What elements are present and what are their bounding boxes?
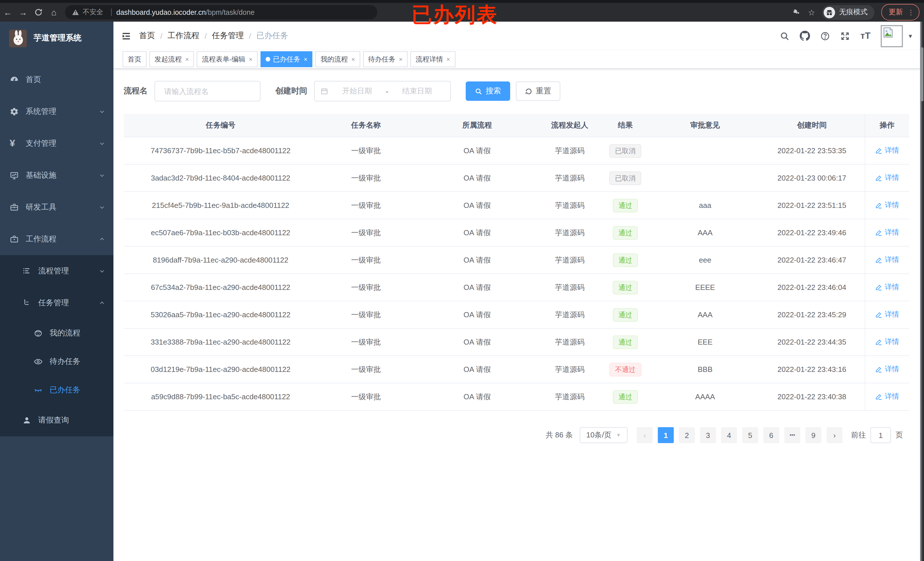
github-icon[interactable] [800,31,810,41]
sidebar-item-请假查询[interactable]: 请假查询 [0,404,113,436]
sidebar-item-基础设施[interactable]: 基础设施 [0,160,113,191]
tab-close-icon[interactable]: × [446,56,450,63]
task-id-cell: 53026aa5-7b9a-11ec-a290-acde48001122 [124,301,318,328]
pager-more-button[interactable]: ••• [784,427,800,443]
pager-page-6[interactable]: 6 [763,427,779,443]
security-warning-icon [72,9,79,16]
detail-link[interactable]: 详情 [875,200,899,210]
bookmark-star-icon[interactable]: ☆ [808,8,815,17]
detail-link[interactable]: 详情 [875,255,899,265]
pager-page-4[interactable]: 4 [721,427,737,443]
tab-流程表单-编辑[interactable]: 流程表单-编辑× [197,51,258,67]
page-size-select[interactable]: 10条/页 ▼ [580,427,628,443]
browser-forward-button[interactable]: → [15,7,31,17]
column-header-审批意见: 审批意见 [651,114,759,137]
goto-page-input[interactable] [870,427,891,443]
tab-close-icon[interactable]: × [351,56,355,63]
browser-back-button[interactable]: ← [0,7,15,17]
browser-reload-button[interactable] [31,8,46,16]
tab-首页[interactable]: 首页 [123,51,147,67]
process-cell: OA 请假 [414,274,540,301]
pager-prev-button[interactable]: ‹ [637,427,652,443]
end-date-placeholder[interactable]: 结束日期 [389,86,445,96]
chevron-down-icon [99,204,105,211]
pager-next-button[interactable]: › [826,427,843,443]
detail-link[interactable]: 详情 [875,337,899,347]
breadcrumb-item[interactable]: 工作流程 [168,31,200,41]
pagination: 共 86 条 10条/页 ▼ ‹123456•••9› 前往 页 [546,427,903,443]
sidebar-item-label: 支付管理 [26,138,56,149]
browser-home-button[interactable]: ⌂ [46,7,62,17]
breadcrumb-separator: / [160,31,162,40]
incognito-icon [824,6,835,18]
tab-流程详情[interactable]: 流程详情× [410,51,455,67]
tab-close-icon[interactable]: × [249,56,252,63]
briefcase-icon [10,235,19,244]
scrollbar-thumb[interactable] [921,47,923,102]
search-button[interactable]: 搜索 [466,81,510,101]
tab-待办任务[interactable]: 待办任务× [363,51,408,67]
pager-page-9[interactable]: 9 [806,427,821,443]
password-key-icon[interactable] [791,8,800,17]
avatar-caret-down-icon[interactable]: ▼ [908,33,913,39]
tab-发起流程[interactable]: 发起流程× [149,51,194,67]
app-logo-row[interactable]: 芋道管理系统 [0,22,113,55]
action-cell: 详情 [865,383,909,410]
sidebar-item-首页[interactable]: 首页 [0,64,113,96]
sidebar-item-流程管理[interactable]: 流程管理 [0,255,113,287]
sidebar-item-待办任务[interactable]: 待办任务 [0,347,113,376]
tab-我的流程[interactable]: 我的流程× [315,51,360,67]
sidebar-item-支付管理[interactable]: ¥支付管理 [0,127,113,160]
search-icon[interactable] [780,31,790,41]
initiator-cell: 芋道源码 [540,246,600,274]
sidebar-item-系统管理[interactable]: 系统管理 [0,96,113,127]
detail-link[interactable]: 详情 [875,145,899,155]
sidebar-item-任务管理[interactable]: 任务管理 [0,287,113,319]
action-cell: 详情 [865,246,909,274]
created-time-cell: 2022-01-22 23:46:47 [759,246,865,274]
sidebar-item-已办任务[interactable]: 已办任务 [0,376,113,404]
sidebar-toggle-icon[interactable] [113,31,139,41]
process-name-input[interactable] [163,86,252,96]
avatar[interactable] [880,25,903,47]
start-date-placeholder[interactable]: 开始日期 [330,86,385,96]
detail-link[interactable]: 详情 [875,227,899,237]
breadcrumb-item[interactable]: 首页 [139,31,155,41]
flow-icon [22,298,32,308]
detail-link[interactable]: 详情 [875,282,899,292]
pager-page-2[interactable]: 2 [679,427,695,443]
pager-page-1[interactable]: 1 [658,427,674,443]
question-icon[interactable] [820,31,830,41]
process-name-label: 流程名 [124,86,148,96]
reset-button[interactable]: 重置 [516,81,560,101]
tab-close-icon[interactable]: × [185,56,189,63]
detail-link[interactable]: 详情 [875,310,899,319]
detail-link[interactable]: 详情 [875,364,899,374]
comment-cell: AAA [651,219,759,246]
detail-link[interactable]: 详情 [875,392,899,401]
reset-button-label: 重置 [536,86,551,96]
column-header-创建时间: 创建时间 [759,114,865,137]
sidebar-item-我的流程[interactable]: 我的流程 [0,319,113,347]
pager-page-5[interactable]: 5 [742,427,758,443]
tab-label: 首页 [128,54,141,64]
sidebar-item-工作流程[interactable]: 工作流程 [0,223,113,255]
date-range-input[interactable]: 开始日期 - 结束日期 [314,81,451,102]
breadcrumb-item[interactable]: 任务管理 [212,31,244,41]
sidebar-item-研发工具[interactable]: 研发工具 [0,191,113,223]
address-bar[interactable]: 不安全 dashboard.yudao.iocoder.cn/bpm/task/… [65,5,377,19]
browser-update-button[interactable]: 更新 ⋮ [881,4,920,21]
tab-close-icon[interactable]: × [304,56,308,63]
fullscreen-icon[interactable] [840,31,850,41]
tab-close-icon[interactable]: × [399,56,403,63]
calendar-icon [320,87,328,95]
pager-page-3[interactable]: 3 [700,427,716,443]
status-badge: 已取消 [609,144,641,157]
tab-已办任务[interactable]: 已办任务× [261,51,313,67]
detail-link[interactable]: 详情 [875,173,899,183]
browser-menu-kebab-icon[interactable]: ⋮ [908,8,914,16]
process-name-input-wrap [154,81,261,102]
window-scrollbar[interactable] [920,22,924,561]
main-area: 首页/工作流程/任务管理/已办任务 тT ▼ [113,22,920,561]
text-size-icon[interactable]: тT [861,31,870,41]
